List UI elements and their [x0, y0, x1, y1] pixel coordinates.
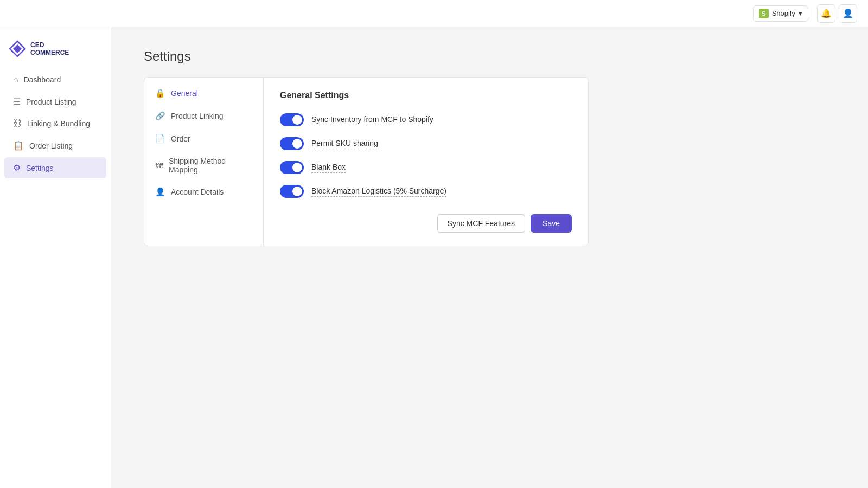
panel-title: General Settings: [280, 91, 572, 100]
sidebar-item-label: Product Listing: [26, 98, 76, 106]
order-listing-icon: 📋: [13, 140, 24, 151]
product-listing-icon: ☰: [13, 97, 21, 107]
tab-label: General: [171, 89, 198, 98]
logo-icon: [9, 40, 26, 57]
sidebar-item-order-listing[interactable]: 📋 Order Listing: [4, 135, 106, 156]
settings-tabs: 🔒 General 🔗 Product Linking 📄 Order 🗺 Sh…: [144, 78, 264, 246]
toggle-circle: [292, 139, 302, 149]
order-icon: 📄: [155, 134, 165, 144]
settings-container: 🔒 General 🔗 Product Linking 📄 Order 🗺 Sh…: [144, 77, 589, 246]
block-amazon-label: Block Amazon Logistics (5% Surcharge): [311, 187, 446, 197]
sidebar-item-linking-bundling[interactable]: ⛓ Linking & Bundling: [4, 113, 106, 134]
sync-inventory-label: Sync Inventory from MCF to Shopify: [311, 115, 433, 125]
toggle-row-sync-inventory: Sync Inventory from MCF to Shopify: [280, 113, 572, 126]
tab-product-linking[interactable]: 🔗 Product Linking: [144, 105, 263, 127]
tab-label: Shipping Method Mapping: [169, 157, 252, 174]
block-amazon-toggle[interactable]: [280, 185, 304, 198]
tab-general[interactable]: 🔒 General: [144, 82, 263, 105]
sidebar-item-label: Dashboard: [24, 75, 61, 84]
toggle-circle: [292, 163, 302, 172]
save-button[interactable]: Save: [531, 214, 572, 233]
logo-text: CED COMMERCE: [30, 41, 69, 57]
tab-shipping-method-mapping[interactable]: 🗺 Shipping Method Mapping: [144, 150, 263, 181]
sidebar-item-label: Order Listing: [29, 142, 73, 150]
settings-icon: ⚙: [13, 163, 21, 173]
tab-label: Order: [171, 134, 190, 143]
tab-order[interactable]: 📄 Order: [144, 127, 263, 150]
blank-box-toggle[interactable]: [280, 161, 304, 174]
linking-icon: ⛓: [13, 119, 22, 129]
shopify-button[interactable]: S Shopify ▾: [753, 5, 808, 22]
svg-marker-1: [13, 44, 22, 53]
shopify-label: Shopify: [772, 9, 795, 17]
toggle-circle: [292, 187, 302, 196]
dashboard-icon: ⌂: [13, 75, 18, 85]
permit-sku-toggle[interactable]: [280, 137, 304, 150]
toggle-row-permit-sku: Permit SKU sharing: [280, 137, 572, 150]
layout: CED COMMERCE ⌂ Dashboard ☰ Product Listi…: [0, 27, 868, 488]
toggle-row-block-amazon: Block Amazon Logistics (5% Surcharge): [280, 185, 572, 198]
sync-inventory-toggle[interactable]: [280, 113, 304, 126]
tab-account-details[interactable]: 👤 Account Details: [144, 181, 263, 203]
logo-area: CED COMMERCE: [0, 33, 111, 68]
sidebar-item-dashboard[interactable]: ⌂ Dashboard: [4, 69, 106, 90]
sync-mcf-features-button[interactable]: Sync MCF Features: [437, 214, 525, 233]
general-icon: 🔒: [155, 88, 165, 98]
sidebar-item-product-listing[interactable]: ☰ Product Listing: [4, 91, 106, 112]
product-linking-icon: 🔗: [155, 111, 165, 121]
shopify-icon: S: [759, 9, 769, 18]
sidebar-item-settings[interactable]: ⚙ Settings: [4, 157, 106, 178]
account-button[interactable]: 👤: [839, 4, 857, 23]
tab-label: Product Linking: [171, 112, 224, 120]
sidebar-item-label: Linking & Bundling: [27, 119, 90, 128]
sidebar-nav: ⌂ Dashboard ☰ Product Listing ⛓ Linking …: [0, 69, 111, 178]
settings-panel: General Settings Sync Inventory from MCF…: [264, 78, 588, 246]
toggle-row-blank-box: Blank Box: [280, 161, 572, 174]
sidebar-item-label: Settings: [26, 164, 54, 172]
bell-icon: 🔔: [821, 8, 832, 18]
shipping-icon: 🗺: [155, 161, 163, 170]
sidebar: CED COMMERCE ⌂ Dashboard ☰ Product Listi…: [0, 27, 111, 488]
account-details-icon: 👤: [155, 187, 165, 197]
page-title: Settings: [144, 49, 835, 64]
notifications-button[interactable]: 🔔: [817, 4, 835, 23]
permit-sku-label: Permit SKU sharing: [311, 139, 378, 149]
user-icon: 👤: [843, 8, 853, 18]
toggle-circle: [292, 115, 302, 125]
topbar: S Shopify ▾ 🔔 👤: [0, 0, 868, 27]
blank-box-label: Blank Box: [311, 163, 346, 173]
panel-actions: Sync MCF Features Save: [280, 214, 572, 233]
tab-label: Account Details: [171, 188, 224, 196]
main-content: Settings 🔒 General 🔗 Product Linking 📄 O…: [111, 27, 868, 488]
chevron-down-icon: ▾: [799, 9, 802, 17]
